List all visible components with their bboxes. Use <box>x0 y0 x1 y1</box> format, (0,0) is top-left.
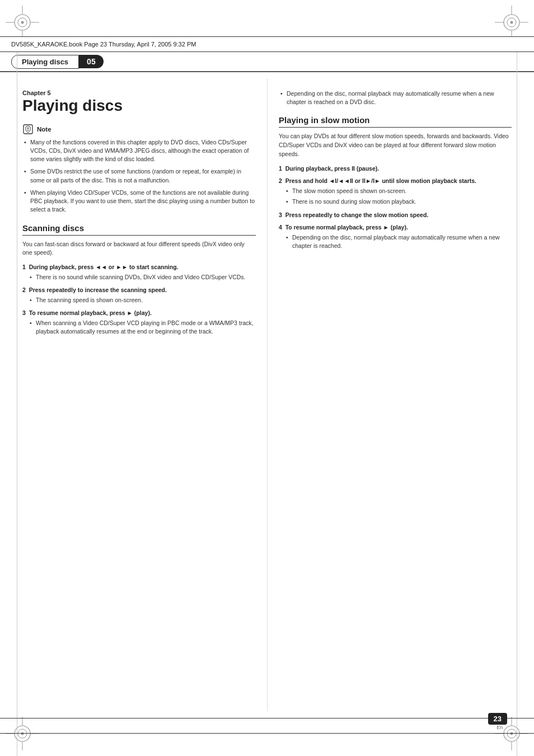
slow-motion-step-2-bullet-2: There is no sound during slow motion pla… <box>284 198 512 206</box>
scanning-section-title: Scanning discs <box>22 223 256 236</box>
slow-motion-step-1-header: 1 During playback, press II (pause). <box>279 165 512 173</box>
scanning-step-2-list: The scanning speed is shown on-screen. <box>28 296 256 304</box>
note-icon <box>22 124 34 135</box>
chapter-title: Playing discs <box>22 97 256 115</box>
header-band: Playing discs 05 <box>0 52 534 72</box>
slow-motion-section-intro: You can play DVDs at four different slow… <box>279 132 512 158</box>
scanning-step-2-bullet-1: The scanning speed is shown on-screen. <box>28 296 256 304</box>
slow-motion-step-2-bullet-1: The slow motion speed is shown on-screen… <box>284 187 512 195</box>
note-header: Note <box>22 124 256 135</box>
slow-motion-step-2-header: 2 Press and hold ◄I/◄◄II or II►/I► until… <box>279 177 512 185</box>
slow-motion-step-2-list: The slow motion speed is shown on-screen… <box>284 187 512 206</box>
file-info-bar: DV585K_KARAOKE.book Page 23 Thursday, Ap… <box>0 36 534 52</box>
note-item-3: When playing Video CD/Super VCDs, some o… <box>22 189 256 214</box>
right-col-extra-bullet: Depending on the disc, normal playback m… <box>279 90 512 106</box>
scanning-step-1: 1 During playback, press ◄◄ or ►► to sta… <box>22 263 256 281</box>
scanning-step-3: 3 To resume normal playback, press ► (pl… <box>22 309 256 336</box>
slow-motion-step-3-header: 3 Press repeatedly to change the slow mo… <box>279 211 512 219</box>
slow-motion-step-4-bullet-1: Depending on the disc, normal playback m… <box>284 233 512 250</box>
svg-point-2 <box>21 21 24 24</box>
scanning-step-2-header: 2 Press repeatedly to increase the scann… <box>22 286 256 294</box>
note-item-1: Many of the functions covered in this ch… <box>22 138 256 164</box>
page-locale: En <box>496 725 503 730</box>
chapter-label: Chapter 5 <box>22 90 256 96</box>
slow-motion-step-2: 2 Press and hold ◄I/◄◄II or II►/I► until… <box>279 177 512 206</box>
svg-point-9 <box>510 21 513 24</box>
slow-motion-section-title: Playing in slow motion <box>279 115 512 128</box>
corner-decoration-tr <box>495 6 528 39</box>
note-title: Note <box>37 126 51 133</box>
slow-motion-step-1: 1 During playback, press II (pause). <box>279 165 512 173</box>
main-content: Chapter 5 Playing discs Note Many of the… <box>0 78 534 711</box>
corner-decoration-tl <box>6 6 39 39</box>
header-left: Playing discs 05 <box>11 55 104 69</box>
slow-motion-step-3: 3 Press repeatedly to change the slow mo… <box>279 211 512 219</box>
note-item-2: Some DVDs restrict the use of some funct… <box>22 167 256 184</box>
note-box: Note Many of the functions covered in th… <box>22 124 256 214</box>
left-column: Chapter 5 Playing discs Note Many of the… <box>0 78 267 711</box>
page-number: 23 <box>488 713 507 725</box>
slow-motion-step-4-header: 4 To resume normal playback, press ► (pl… <box>279 223 512 232</box>
note-list: Many of the functions covered in this ch… <box>22 138 256 214</box>
slow-motion-step-4: 4 To resume normal playback, press ► (pl… <box>279 223 512 250</box>
right-col-extra-bullets: Depending on the disc, normal playback m… <box>279 90 512 106</box>
slow-motion-step-4-list: Depending on the disc, normal playback m… <box>284 233 512 250</box>
scanning-step-1-header: 1 During playback, press ◄◄ or ►► to sta… <box>22 263 256 271</box>
scanning-step-1-bullet-1: There is no sound while scanning DVDs, D… <box>28 273 256 281</box>
scanning-step-3-header: 3 To resume normal playback, press ► (pl… <box>22 309 256 317</box>
scanning-step-1-list: There is no sound while scanning DVDs, D… <box>28 273 256 281</box>
svg-point-29 <box>27 128 29 129</box>
scanning-step-3-list: When scanning a Video CD/Super VCD playi… <box>28 319 256 336</box>
scanning-section-intro: You can fast-scan discs forward or backw… <box>22 240 256 258</box>
header-title: Playing discs <box>11 55 79 69</box>
scanning-step-3-bullet-1: When scanning a Video CD/Super VCD playi… <box>28 319 256 336</box>
file-info-text: DV585K_KARAOKE.book Page 23 Thursday, Ap… <box>11 41 196 48</box>
bottom-bar: 23 En <box>0 718 534 734</box>
header-chapter-number: 05 <box>79 55 104 68</box>
right-column: Depending on the disc, normal playback m… <box>267 78 534 711</box>
scanning-step-2: 2 Press repeatedly to increase the scann… <box>22 286 256 304</box>
